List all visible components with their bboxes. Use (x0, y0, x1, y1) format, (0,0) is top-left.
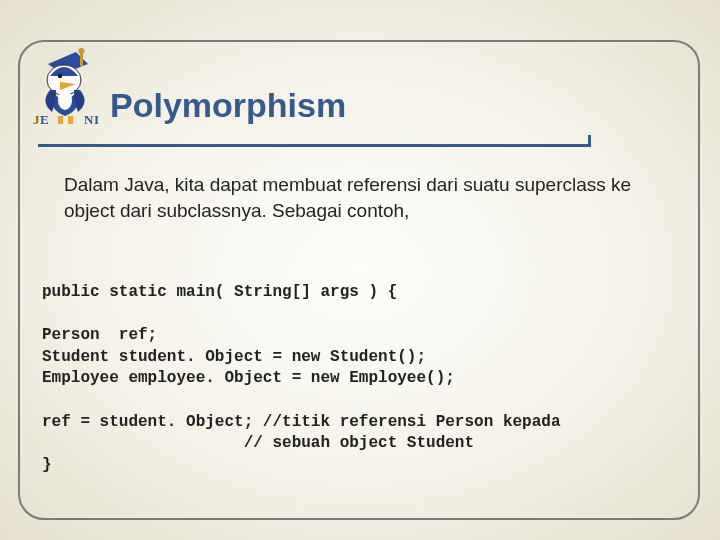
svg-rect-1 (80, 52, 83, 66)
code-block: public static main( String[] args ) { Pe… (42, 282, 682, 476)
svg-text:J: J (33, 112, 40, 127)
underline-tick (588, 135, 591, 147)
body-paragraph: Dalam Java, kita dapat membuat referensi… (64, 172, 654, 223)
svg-rect-7 (58, 116, 63, 124)
svg-text:E: E (40, 112, 49, 127)
svg-text:N: N (84, 112, 94, 127)
jeni-logo: J E N I (30, 46, 102, 128)
svg-point-5 (58, 74, 62, 78)
svg-text:I: I (94, 112, 99, 127)
svg-point-2 (79, 48, 85, 54)
slide-title: Polymorphism (110, 86, 346, 125)
title-underline (38, 144, 590, 147)
svg-rect-8 (68, 116, 73, 124)
svg-point-6 (58, 90, 72, 110)
